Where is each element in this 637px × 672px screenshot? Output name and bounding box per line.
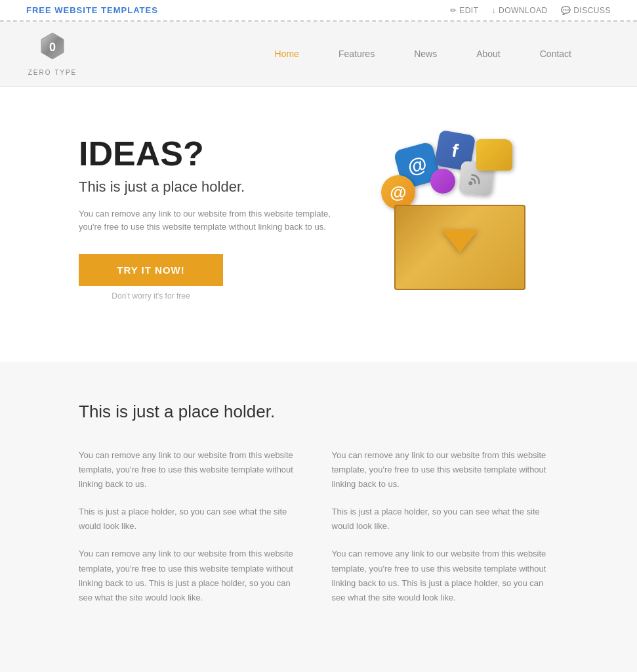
logo-icon: 0 [39,32,66,68]
content-right-p1: You can remove any link to our website f… [332,448,559,492]
content-right-p3: You can remove any link to our website f… [332,547,559,604]
content-left-p3: You can remove any link to our website f… [79,547,306,604]
cta-button[interactable]: TRY IT NOW! [79,254,223,286]
hero-section: IDEAS? This is just a place holder. You … [0,87,637,362]
content-left-p1: You can remove any link to our website f… [79,448,306,492]
hero-subtitle: This is just a place holder. [79,178,354,197]
top-bar: FREE WEBSITE TEMPLATES ✏ EDIT ↓ DOWNLOAD… [0,0,637,22]
top-bar-actions: ✏ EDIT ↓ DOWNLOAD 💬 DISCUSS [450,6,611,15]
nav-home[interactable]: Home [275,29,299,79]
icon-folder [476,139,512,171]
site-title: FREE WEBSITE TEMPLATES [26,5,158,15]
logo-text: ZERO TYPE [28,69,77,76]
main-nav: Home Features News About Contact [118,29,611,79]
hero-title: IDEAS? [79,135,354,173]
edit-action[interactable]: ✏ EDIT [450,6,479,15]
hero-text: You can remove any link to our website f… [79,207,354,235]
box-body [394,205,525,290]
content-right-p2: This is just a place holder, so you can … [332,505,559,534]
content-title: This is just a place holder. [79,402,558,422]
logo-area[interactable]: 0 ZERO TYPE [26,22,79,86]
content-col-left: You can remove any link to our website f… [79,448,306,618]
download-action[interactable]: ↓ DOWNLOAD [491,6,547,15]
nav-news[interactable]: News [414,29,437,79]
content-columns: You can remove any link to our website f… [79,448,558,618]
cta-note: Don't worry it's for free [79,291,223,301]
box-arrow [442,230,478,253]
nav-about[interactable]: About [476,29,501,79]
hero-illustration: @ f @ [361,126,558,310]
nav-contact[interactable]: Contact [540,29,571,79]
svg-text:0: 0 [49,41,56,54]
discuss-action[interactable]: 💬 DISCUSS [561,6,611,15]
content-col-right: You can remove any link to our website f… [332,448,559,618]
hero-content: IDEAS? This is just a place holder. You … [79,135,354,301]
svg-point-2 [468,181,473,186]
content-left-p2: This is just a place holder, so you can … [79,505,306,534]
header: 0 ZERO TYPE Home Features News About Con… [0,22,637,87]
icon-purple-circle [430,169,455,194]
content-section: This is just a place holder. You can rem… [0,362,637,671]
nav-features[interactable]: Features [339,29,375,79]
